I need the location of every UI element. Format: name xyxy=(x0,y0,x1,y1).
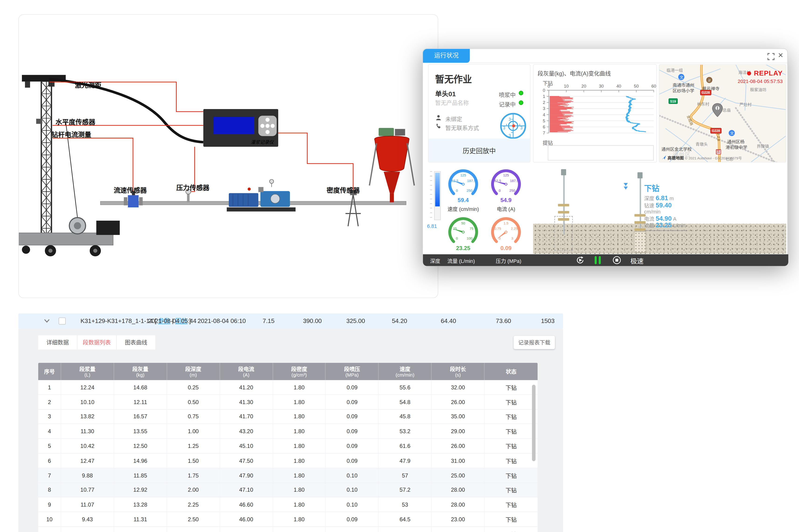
map-panel[interactable]: 文 卍 文 临港一组海洼村南通市通州区纱场小学慈云禅寺殷家油坊林东村严灶村总庙青… xyxy=(659,64,786,163)
svg-text:187.5: 187.5 xyxy=(467,179,476,183)
table-cell: 46.00 xyxy=(220,512,273,527)
svg-text:3: 3 xyxy=(512,236,513,240)
table-cell: 12.11 xyxy=(114,395,167,409)
table-cell: 1.80 xyxy=(273,395,326,409)
svg-text:文: 文 xyxy=(730,131,734,135)
fullscreen-icon[interactable] xyxy=(767,53,775,60)
table-cell: 41.20 xyxy=(220,380,273,394)
pause-button[interactable] xyxy=(594,256,602,265)
record-detail-panel: 详细数据 段数据列表 图表曲线 记录报表下载 序号段浆量(L)段灰量(kg)段深… xyxy=(18,329,563,532)
grout-current-chart-panel: 段灰量(kg)、电流(A)变化曲线 下钻 0102030405060012345… xyxy=(533,64,657,163)
map-label: 总庙 xyxy=(723,107,731,113)
table-cell: 1.80 xyxy=(273,483,326,497)
svg-text:3: 3 xyxy=(509,117,511,122)
table-cell: 1.80 xyxy=(273,497,326,512)
modal-footer-bar: 深度 流量 (L/min) 压力 (MPa) 极速 xyxy=(423,254,788,266)
contact-info: 暂无联系方式 xyxy=(445,123,479,131)
summary-cell: 1503 xyxy=(541,314,555,329)
drill-readout-row: 电流 54.90 A xyxy=(644,215,687,222)
report-download-button[interactable]: 记录报表下载 xyxy=(514,336,555,349)
table-row: 612.4714.961.5047.501.800.0947.931.00下钻 xyxy=(38,454,537,468)
table-cell: 29.00 xyxy=(432,424,485,438)
svg-text:187.5: 187.5 xyxy=(510,179,519,183)
gauge-current: 062.5125187.525054.9电流 (A) xyxy=(486,166,526,212)
tab-segment-list[interactable]: 段数据列表 xyxy=(77,335,116,349)
recording-status: 记录中 xyxy=(499,100,516,108)
footer-depth-label: 深度 xyxy=(430,257,440,265)
table-cell: 47.50 xyxy=(220,454,273,468)
table-cell: 9 xyxy=(38,497,61,512)
table-cell: 0.09 xyxy=(326,454,379,468)
table-cell: 54.8 xyxy=(379,395,432,409)
equipment-diagram: 灌浆记录仪 xyxy=(19,15,438,298)
restart-replay-button[interactable] xyxy=(576,256,584,265)
svg-text:卍: 卍 xyxy=(708,79,711,82)
table-cell: 下钻 xyxy=(485,439,537,453)
drill-up-empty-chart xyxy=(548,145,654,160)
drill-mode: 下钻 xyxy=(644,183,687,193)
recording-status-dot xyxy=(519,100,524,105)
table-header-cell: 段密度(g/cm³) xyxy=(273,363,326,380)
table-cell: 10.42 xyxy=(61,439,114,453)
svg-text:文: 文 xyxy=(680,75,683,79)
table-cell: 4 xyxy=(38,424,61,438)
table-scrollbar-thumb[interactable] xyxy=(532,385,535,461)
table-cell: 1.75 xyxy=(167,468,220,482)
table-cell: 26.00 xyxy=(432,439,485,453)
table-cell: 45 xyxy=(379,527,432,532)
table-cell: 0.09 xyxy=(326,424,379,438)
tab-runtime-status[interactable]: 运行状况 xyxy=(423,49,470,63)
table-row: 1113.1015.712.7545.601.800.094533.00下钻 xyxy=(38,527,537,532)
label-pressure-sensor: 压力传感器 xyxy=(176,183,209,192)
table-cell: 1.80 xyxy=(273,380,326,394)
close-icon[interactable]: × xyxy=(778,50,783,61)
table-cell: 28.00 xyxy=(432,497,485,512)
table-cell: 下钻 xyxy=(485,454,537,468)
mixer-tank xyxy=(369,128,414,202)
map-label: 区纱场小学 xyxy=(673,87,695,93)
svg-text:75: 75 xyxy=(470,227,474,230)
table-cell: 14.96 xyxy=(114,454,167,468)
svg-text:50: 50 xyxy=(461,221,465,225)
map-label: 青墩头 xyxy=(696,141,708,147)
table-cell: 57.2 xyxy=(379,483,432,497)
table-row: 911.0713.282.2546.601.800.105328.00下钻 xyxy=(38,497,537,512)
depth-bar-gauge xyxy=(434,171,441,220)
road-badge-g228: G228 xyxy=(700,90,711,95)
table-cell: 14.68 xyxy=(114,380,167,394)
table-cell: 45.8 xyxy=(379,410,432,424)
summary-cell: 325.00 xyxy=(346,314,365,329)
svg-text:20: 20 xyxy=(582,84,586,89)
table-header-cell: 段喷压(MPa) xyxy=(326,363,379,380)
svg-text:50: 50 xyxy=(634,84,639,89)
tab-detail-data[interactable]: 详细数据 xyxy=(38,335,77,349)
right-rig-mast xyxy=(640,175,641,232)
record-checkbox[interactable] xyxy=(58,317,66,325)
table-cell: 下钻 xyxy=(485,512,537,527)
stop-button[interactable] xyxy=(613,256,621,265)
job-title: 暂无作业 xyxy=(435,72,472,85)
table-cell: 25.00 xyxy=(432,468,485,482)
table-cell: 下钻 xyxy=(485,395,537,409)
svg-text:0: 0 xyxy=(543,88,545,93)
table-cell: 0.09 xyxy=(326,410,379,424)
table-cell: 1.00 xyxy=(167,424,220,438)
gauge-value: 0.09 xyxy=(500,245,512,251)
playback-speed-button[interactable]: 极速 xyxy=(630,256,644,266)
replay-indicator: REPLAY xyxy=(754,69,783,77)
table-cell: 11 xyxy=(38,527,61,532)
table-cell: 41.70 xyxy=(220,410,273,424)
record-summary-row[interactable]: K31+129-K31+178_1-1-14 [ 参数 | 回放 ] 2021-… xyxy=(18,314,563,329)
map-label: 殷家油坊 xyxy=(750,87,766,92)
road-label-228: 228 xyxy=(717,133,721,142)
chevron-down-icon[interactable] xyxy=(44,319,50,324)
label-flow-sensor: 流速传感器 xyxy=(114,185,147,195)
table-cell: 0.09 xyxy=(326,527,379,532)
summary-cell: 390.00 xyxy=(303,314,322,329)
table-cell: 0.10 xyxy=(326,483,379,497)
table-header-cell: 段时长(s) xyxy=(432,363,485,380)
svg-text:2: 2 xyxy=(543,100,545,105)
tab-chart-curve[interactable]: 图表曲线 xyxy=(117,335,156,349)
table-cell: 16.57 xyxy=(114,410,167,424)
table-row: 210.1012.110.5041.301.800.0954.826.00下钻 xyxy=(38,395,537,410)
